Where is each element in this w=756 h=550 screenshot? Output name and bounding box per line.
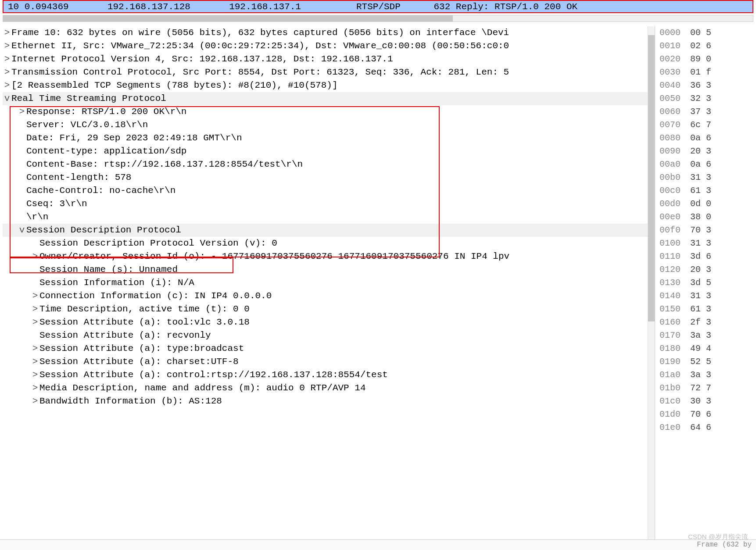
hex-offset: 0050 <box>659 92 690 105</box>
chevron-right-icon[interactable]: > <box>3 39 11 53</box>
hex-row[interactable]: 006037 3 <box>659 105 756 118</box>
hex-row[interactable]: 01303d 5 <box>659 276 756 289</box>
scrollbar-thumb[interactable] <box>648 35 655 321</box>
tree-row[interactable]: Content-type: application/sdp <box>3 145 655 158</box>
packet-details-pane[interactable]: >Frame 10: 632 bytes on wire (5056 bits)… <box>0 26 655 547</box>
tree-row[interactable]: >Response: RTSP/1.0 200 OK\r\n <box>3 105 655 118</box>
chevron-right-icon[interactable]: > <box>18 105 26 118</box>
hex-row[interactable]: 019052 5 <box>659 355 756 368</box>
tree-row[interactable]: vReal Time Streaming Protocol <box>3 92 655 105</box>
tree-row[interactable]: >Owner/Creator, Session Id (o): - 167716… <box>3 250 655 263</box>
hex-row[interactable]: 01602f 3 <box>659 316 756 329</box>
tree-row[interactable]: Cseq: 3\r\n <box>3 197 655 211</box>
chevron-right-icon[interactable]: > <box>31 289 39 303</box>
hex-row[interactable]: 01d070 6 <box>659 408 756 421</box>
hex-row[interactable]: 012020 3 <box>659 263 756 276</box>
chevron-right-icon[interactable]: > <box>31 250 39 263</box>
col-src: 192.168.137.128 <box>107 2 190 12</box>
tree-row[interactable]: Session Name (s): Unnamed <box>3 263 655 276</box>
hex-offset: 0190 <box>659 355 690 368</box>
hex-row[interactable]: 00d00d 0 <box>659 197 756 211</box>
hex-row[interactable]: 00f070 3 <box>659 224 756 237</box>
tree-row[interactable]: Cache-Control: no-cache\r\n <box>3 184 655 197</box>
hex-row[interactable]: 002089 0 <box>659 53 756 66</box>
chevron-right-icon[interactable]: > <box>31 382 39 395</box>
hex-row[interactable]: 00b031 3 <box>659 171 756 184</box>
tree-row[interactable]: >Time Description, active time (t): 0 0 <box>3 303 655 316</box>
details-vscroll[interactable] <box>648 26 655 547</box>
tree-row[interactable]: >Transmission Control Protocol, Src Port… <box>3 66 655 79</box>
chevron-right-icon[interactable]: > <box>31 316 39 329</box>
chevron-right-icon[interactable]: > <box>31 342 39 355</box>
hex-row[interactable]: 004036 3 <box>659 79 756 92</box>
hex-row[interactable]: 003001 f <box>659 66 756 79</box>
tree-row[interactable]: >Session Attribute (a): tool:vlc 3.0.18 <box>3 316 655 329</box>
tree-row[interactable]: \r\n <box>3 211 655 224</box>
tree-label: Content-length: 578 <box>26 171 131 184</box>
tree-label: Content-Base: rtsp://192.168.137.128:855… <box>26 158 303 171</box>
tree-row[interactable]: Session Description Protocol Version (v)… <box>3 237 655 250</box>
packet-list-hscroll[interactable] <box>3 15 753 22</box>
tree-row[interactable]: >Frame 10: 632 bytes on wire (5056 bits)… <box>3 26 655 39</box>
status-text: Frame (632 by <box>697 541 752 549</box>
tree-row[interactable]: >Ethernet II, Src: VMware_72:25:34 (00:0… <box>3 39 655 53</box>
scrollbar-thumb[interactable] <box>3 15 453 21</box>
hex-row[interactable]: 00706c 7 <box>659 118 756 132</box>
hex-row[interactable]: 009020 3 <box>659 145 756 158</box>
hex-row[interactable]: 01c030 3 <box>659 395 756 408</box>
hex-row[interactable]: 010031 3 <box>659 237 756 250</box>
tree-row[interactable]: Date: Fri, 29 Sep 2023 02:49:18 GMT\r\n <box>3 132 655 145</box>
hex-row[interactable]: 00e038 0 <box>659 211 756 224</box>
hex-row[interactable]: 00c061 3 <box>659 184 756 197</box>
tree-row[interactable]: Content-Base: rtsp://192.168.137.128:855… <box>3 158 655 171</box>
hex-dump-pane[interactable]: 000000 5001002 6002089 0003001 f004036 3… <box>655 26 756 547</box>
chevron-right-icon[interactable]: > <box>3 26 11 39</box>
tree-row[interactable]: Session Attribute (a): recvonly <box>3 329 655 342</box>
hex-row[interactable]: 01103d 6 <box>659 250 756 263</box>
tree-row[interactable]: Server: VLC/3.0.18\r\n <box>3 118 655 132</box>
tree-label: Ethernet II, Src: VMware_72:25:34 (00:0c… <box>11 39 509 53</box>
packet-list-row[interactable]: 10 0.094369 192.168.137.128 192.168.137.… <box>3 0 753 13</box>
tree-row[interactable]: >Bandwidth Information (b): AS:128 <box>3 395 655 408</box>
hex-row[interactable]: 000000 5 <box>659 26 756 39</box>
chevron-right-icon[interactable]: > <box>3 53 11 66</box>
tree-row[interactable]: >[2 Reassembled TCP Segments (788 bytes)… <box>3 79 655 92</box>
hex-offset: 0150 <box>659 303 690 316</box>
hex-bytes: 20 3 <box>690 146 711 156</box>
chevron-down-icon[interactable]: v <box>3 92 11 105</box>
hex-row[interactable]: 01703a 3 <box>659 329 756 342</box>
tree-label: Session Attribute (a): tool:vlc 3.0.18 <box>39 316 250 329</box>
hex-row[interactable]: 01b072 7 <box>659 382 756 395</box>
hex-row[interactable]: 015061 3 <box>659 303 756 316</box>
hex-bytes: 36 3 <box>690 80 711 90</box>
tree-row[interactable]: >Session Attribute (a): control:rtsp://1… <box>3 368 655 382</box>
hex-row[interactable]: 00800a 6 <box>659 132 756 145</box>
chevron-right-icon[interactable]: > <box>31 355 39 368</box>
chevron-right-icon[interactable]: > <box>31 368 39 382</box>
tree-row[interactable]: vSession Description Protocol <box>3 224 655 237</box>
tree-row[interactable]: >Session Attribute (a): type:broadcast <box>3 342 655 355</box>
chevron-right-icon[interactable]: > <box>31 303 39 316</box>
hex-row[interactable]: 001002 6 <box>659 39 756 53</box>
tree-row[interactable]: >Media Description, name and address (m)… <box>3 382 655 395</box>
hex-bytes: 3a 3 <box>690 370 711 380</box>
hex-row[interactable]: 005032 3 <box>659 92 756 105</box>
hex-row[interactable]: 00a00a 6 <box>659 158 756 171</box>
hex-bytes: 70 6 <box>690 409 711 419</box>
tree-label: Real Time Streaming Protocol <box>11 92 166 105</box>
hex-row[interactable]: 014031 3 <box>659 289 756 303</box>
chevron-down-icon[interactable]: v <box>18 224 26 237</box>
tree-row[interactable]: Content-length: 578 <box>3 171 655 184</box>
tree-row[interactable]: >Session Attribute (a): charset:UTF-8 <box>3 355 655 368</box>
tree-row[interactable]: >Internet Protocol Version 4, Src: 192.1… <box>3 53 655 66</box>
tree-label: \r\n <box>26 211 48 224</box>
tree-row[interactable]: Session Information (i): N/A <box>3 276 655 289</box>
chevron-right-icon[interactable]: > <box>3 66 11 79</box>
chevron-right-icon[interactable]: > <box>31 395 39 408</box>
hex-row[interactable]: 018049 4 <box>659 342 756 355</box>
hex-bytes: 02 6 <box>690 41 711 51</box>
chevron-right-icon[interactable]: > <box>3 79 11 92</box>
hex-row[interactable]: 01a03a 3 <box>659 368 756 382</box>
hex-row[interactable]: 01e064 6 <box>659 421 756 434</box>
tree-row[interactable]: >Connection Information (c): IN IP4 0.0.… <box>3 289 655 303</box>
